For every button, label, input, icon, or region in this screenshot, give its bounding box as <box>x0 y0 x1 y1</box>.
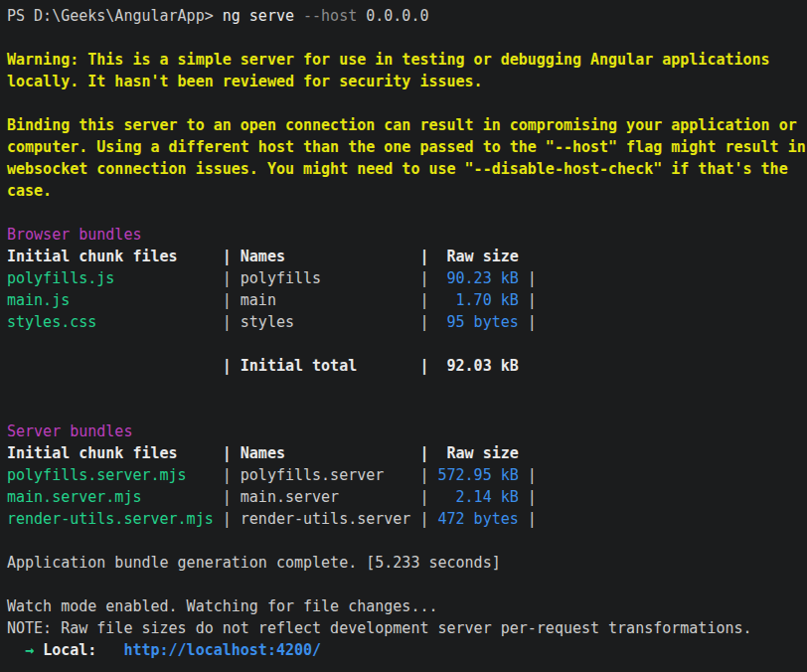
bundle-name: render-utils.server <box>241 510 420 528</box>
terminal-window: PS D:\Geeks\AngularApp> ng serve --host … <box>0 0 807 672</box>
text-segment: | <box>223 488 241 506</box>
warning-line-2: locally. It hasn't been reviewed for sec… <box>7 71 807 92</box>
bundle-name: styles <box>241 313 420 331</box>
command: ng serve <box>223 7 294 25</box>
file-name: polyfills.server.mjs <box>7 466 223 484</box>
server-row-render-utils: render-utils.server.mjs | render-utils.s… <box>7 508 807 530</box>
blank <box>7 27 807 49</box>
prompt-line: PS D:\Geeks\AngularApp> ng serve --host … <box>7 5 807 27</box>
blank <box>7 399 807 420</box>
binding-warning-line-1: Binding this server to an open connectio… <box>7 114 807 136</box>
blank <box>7 377 807 399</box>
text-segment: computer. Using a different host than th… <box>7 138 806 156</box>
text-segment: NOTE: Raw file sizes do not reflect deve… <box>7 619 752 637</box>
browser-row-styles: styles.css | styles | 95 bytes | <box>7 311 807 333</box>
raw-size: 572.95 kB <box>438 466 519 484</box>
text-segment: Warning: This is a simple server for use… <box>7 51 770 69</box>
blank <box>7 333 807 355</box>
text-segment: | <box>519 269 537 287</box>
bundle-name: main.server <box>241 488 420 506</box>
text-segment: | <box>519 313 537 331</box>
localhost-link[interactable]: http://localhost:4200/ <box>123 641 321 659</box>
browser-table-header: Initial chunk files | Names | Raw size <box>7 246 807 267</box>
server-bundles-heading: Server bundles <box>7 420 807 442</box>
shell-prompt: PS D:\Geeks\AngularApp> <box>7 7 223 25</box>
text-segment: Browser bundles <box>7 226 141 244</box>
text-segment: case. <box>7 182 52 200</box>
text-segment: | Initial total | 92.03 kB <box>7 357 519 375</box>
note-line: NOTE: Raw file sizes do not reflect deve… <box>7 617 807 639</box>
blank <box>7 202 807 224</box>
blank <box>7 574 807 595</box>
text-segment: | <box>223 466 241 484</box>
text-segment: | <box>223 269 241 287</box>
text-segment: | <box>419 269 437 287</box>
text-segment: Initial chunk files | Names | Raw size <box>7 248 519 265</box>
browser-row-main: main.js | main | 1.70 kB | <box>7 289 807 311</box>
text-segment: | <box>419 510 437 528</box>
file-name: styles.css <box>7 313 223 331</box>
initial-total-row: | Initial total | 92.03 kB <box>7 355 807 377</box>
raw-size: 95 bytes <box>438 313 519 331</box>
build-complete-line: Application bundle generation complete. … <box>7 552 807 574</box>
arrow-icon: → <box>7 641 43 659</box>
bundle-name: main <box>241 291 420 309</box>
raw-size: 1.70 kB <box>438 291 519 309</box>
file-name: main.js <box>7 291 223 309</box>
text-segment: Server bundles <box>7 422 132 440</box>
file-name: render-utils.server.mjs <box>7 510 223 528</box>
local-url-line: → Local: http://localhost:4200/ <box>7 639 807 661</box>
command-flag: --host <box>294 7 357 25</box>
local-label: Local: <box>43 641 96 659</box>
text-segment: Application bundle generation complete. … <box>7 554 501 572</box>
text-segment: | <box>519 488 537 506</box>
text-segment: | <box>419 291 437 309</box>
text-segment: | <box>519 510 537 528</box>
server-table-header: Initial chunk files | Names | Raw size <box>7 442 807 464</box>
file-name: main.server.mjs <box>7 488 223 506</box>
text-segment: | <box>223 313 241 331</box>
raw-size: 90.23 kB <box>438 269 519 287</box>
raw-size: 2.14 kB <box>438 488 519 506</box>
browser-bundles-heading: Browser bundles <box>7 224 807 246</box>
text-segment: Initial chunk files | Names | Raw size <box>7 444 519 462</box>
text-segment: | <box>223 510 241 528</box>
binding-warning-line-4: case. <box>7 180 807 202</box>
browser-row-polyfills: polyfills.js | polyfills | 90.23 kB | <box>7 267 807 289</box>
blank <box>7 92 807 114</box>
text-segment: | <box>419 466 437 484</box>
text-segment: | <box>419 488 437 506</box>
text-segment: | <box>223 291 241 309</box>
bundle-name: polyfills <box>241 269 420 287</box>
warning-line-1: Warning: This is a simple server for use… <box>7 49 807 71</box>
text-segment: | <box>419 313 437 331</box>
text-segment <box>96 641 123 659</box>
text-segment: | <box>519 291 537 309</box>
bundle-name: polyfills.server <box>241 466 420 484</box>
binding-warning-line-2: computer. Using a different host than th… <box>7 136 807 158</box>
command-argument: 0.0.0.0 <box>357 7 428 25</box>
binding-warning-line-3: websocket connection issues. You might n… <box>7 158 807 180</box>
text-segment: locally. It hasn't been reviewed for sec… <box>7 73 483 90</box>
text-segment: websocket connection issues. You might n… <box>7 160 788 178</box>
blank <box>7 530 807 552</box>
text-segment: Watch mode enabled. Watching for file ch… <box>7 597 437 615</box>
raw-size: 472 bytes <box>438 510 519 528</box>
text-segment: | <box>519 466 537 484</box>
text-segment: Binding this server to an open connectio… <box>7 116 797 134</box>
watch-mode-line: Watch mode enabled. Watching for file ch… <box>7 595 807 617</box>
server-row-polyfills: polyfills.server.mjs | polyfills.server … <box>7 464 807 486</box>
server-row-main: main.server.mjs | main.server | 2.14 kB … <box>7 486 807 508</box>
file-name: polyfills.js <box>7 269 223 287</box>
